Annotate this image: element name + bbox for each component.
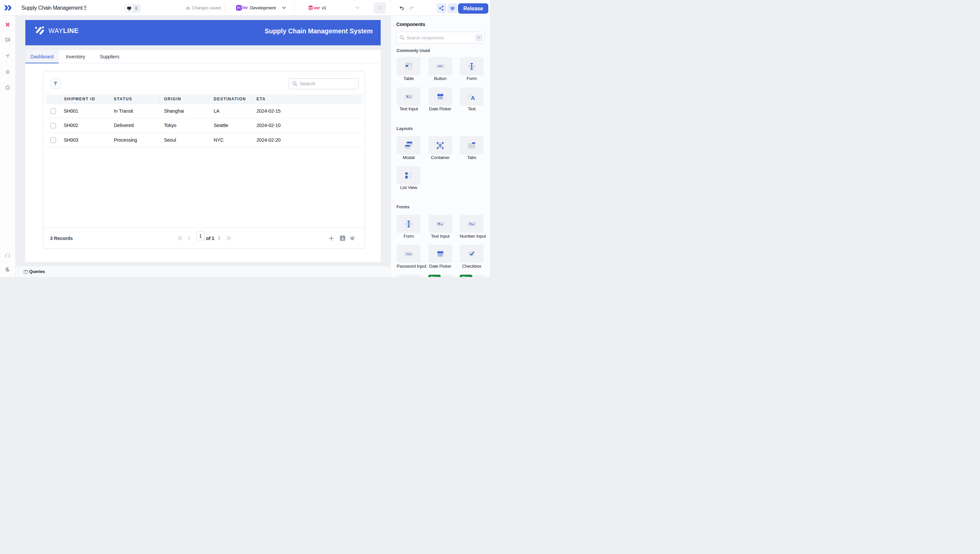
svg-text:A: A — [471, 95, 475, 100]
